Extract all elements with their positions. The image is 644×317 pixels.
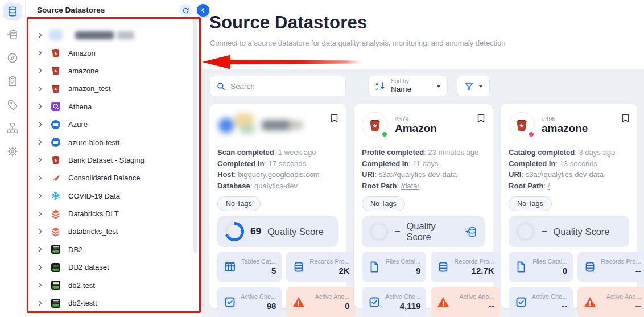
- sort-caption: Sort by: [391, 78, 411, 85]
- chevron-right-icon: [38, 68, 43, 73]
- datastore-row-bank-dataset-staging[interactable]: Bank Dataset - Staging: [26, 151, 201, 169]
- datastore-row-db2-testt[interactable]: db2-testt: [26, 294, 201, 312]
- datastore-name: db2-testt: [68, 299, 97, 307]
- datastore-title[interactable]: amazone: [542, 122, 588, 135]
- datastore-name: azure-blob-testt: [68, 138, 119, 147]
- meta-value[interactable]: s3a://qualytics-dev-data: [379, 170, 457, 179]
- quality-score-section: – Quality Score: [509, 216, 629, 247]
- chevron-right-icon: [38, 104, 43, 109]
- svg-text:A: A: [375, 81, 379, 87]
- rail-item-enrichment-datastores[interactable]: [3, 26, 22, 43]
- tags-badge: No Tags: [217, 196, 261, 211]
- search-icon: [217, 82, 225, 90]
- quality-score-label: Quality Score: [553, 227, 609, 237]
- datastore-row-azure-blob-testt[interactable]: azure-blob-testt: [26, 133, 201, 151]
- meta-value[interactable]: s3a://qualytics-dev-data: [526, 170, 604, 179]
- meta-value[interactable]: bigquery.googleapis.com: [238, 170, 320, 179]
- chevron-left-icon: [200, 7, 206, 13]
- collapse-sidebar-button[interactable]: [197, 4, 209, 17]
- rail-item-checks[interactable]: [3, 73, 22, 90]
- sidebar-scrollbar[interactable]: [193, 18, 197, 253]
- chevron-right-icon: [38, 32, 43, 38]
- status-dot: [528, 131, 535, 138]
- meta-line: Database: qualytics-dev: [217, 180, 338, 192]
- stat-label: Active Che...: [532, 293, 567, 300]
- blurred-datastore: [49, 30, 134, 40]
- card-meta: Profile completed: 23 minutes agoComplet…: [362, 147, 485, 191]
- bookmark-icon[interactable]: [477, 114, 485, 125]
- meta-line: URI: s3a://qualytics-dev-data: [509, 169, 629, 180]
- datastore-row-consolidated-balance[interactable]: Consolidated Balance: [26, 169, 201, 187]
- enrichment-datastores-icon: [7, 29, 18, 40]
- chevron-right-icon: [38, 175, 43, 181]
- chevron-right-icon: [38, 282, 43, 288]
- meta-value[interactable]: /data/: [401, 182, 420, 190]
- stats-grid: Files Catal... 0 Records Pro... -- Activ…: [509, 252, 629, 317]
- filter-dropdown[interactable]: [457, 76, 490, 96]
- stat-tile: Files Catal... 0: [509, 252, 573, 282]
- page-title: Source Datastores: [209, 13, 367, 33]
- chevron-right-icon: [38, 122, 43, 127]
- datastore-row-covid-19-data[interactable]: COVID-19 Data: [26, 187, 201, 205]
- datastore-avatar: [362, 112, 388, 138]
- datastore-row-databricks-test[interactable]: databricks_test: [26, 223, 201, 240]
- check-icon: [515, 296, 527, 308]
- bookmark-icon[interactable]: [622, 114, 629, 125]
- search-input[interactable]: [230, 82, 338, 90]
- sort-dropdown[interactable]: AZ Sort by Name: [368, 76, 448, 96]
- azure-icon: [51, 120, 61, 130]
- chevron-down-icon: [436, 85, 441, 88]
- datastore-row-db2[interactable]: DB2: [26, 241, 201, 258]
- filter-funnel-icon: [464, 81, 474, 91]
- datastore-row-athena[interactable]: Athena: [26, 98, 201, 116]
- datastore-row-amazon[interactable]: Amazon: [26, 44, 201, 61]
- chevron-right-icon: [38, 246, 43, 252]
- datastore-list: Amazonamazoneamazon_testAthenaAzureazure…: [26, 23, 201, 312]
- datastore-title[interactable]: Amazon: [395, 122, 437, 135]
- tags-badge: No Tags: [362, 196, 405, 211]
- stat-value: 12.7K: [472, 265, 494, 277]
- meta-value[interactable]: /: [548, 182, 550, 190]
- datastore-name: COVID-19 Data: [68, 192, 120, 200]
- meta-line: Profile completed: 23 minutes ago: [362, 147, 485, 158]
- datastore-name: amazone: [68, 67, 98, 75]
- datastore-row-amazone[interactable]: amazone: [26, 62, 201, 80]
- tags-icon: [7, 99, 18, 110]
- rail-item-source-datastores[interactable]: [3, 3, 22, 20]
- datastore-row-amazon-test[interactable]: amazon_test: [26, 80, 201, 97]
- file-icon: [515, 261, 527, 273]
- stat-value: 9: [416, 265, 420, 277]
- rail-item-tags[interactable]: [3, 96, 22, 113]
- rail-item-settings[interactable]: [3, 143, 22, 160]
- refresh-button[interactable]: [179, 4, 192, 17]
- datastore-name: databricks_test: [68, 227, 118, 236]
- datastore-card-blurred: Scan completed: 1 week agoCompleted In: …: [209, 104, 346, 308]
- stat-value: 4,119: [400, 300, 421, 312]
- datastore-card-amazon: #379 Amazon Profile completed: 23 minute…: [354, 104, 493, 308]
- bookmark-icon[interactable]: [331, 114, 338, 125]
- db2-icon: [51, 280, 61, 290]
- meta-line: Scan completed: 1 week ago: [217, 147, 338, 158]
- card-meta: Scan completed: 1 week agoCompleted In: …: [217, 147, 338, 191]
- stack-icon: [437, 261, 449, 273]
- app-icon-rail: [0, 0, 26, 317]
- stat-label: Active Ano...: [460, 293, 494, 300]
- db2-icon: [51, 262, 61, 273]
- stat-tile: Files Catal... 9: [362, 252, 426, 282]
- datastore-row-blurred[interactable]: [26, 26, 201, 44]
- datastore-row-db2-dataset[interactable]: DB2 dataset: [26, 258, 201, 276]
- datastore-row-databricks-dlt[interactable]: Databricks DLT: [26, 205, 201, 223]
- check-icon: [368, 296, 381, 308]
- enrichment-datastore-icon[interactable]: [465, 226, 477, 238]
- datastore-name: Azure: [68, 120, 88, 129]
- sort-az-icon: AZ: [375, 81, 386, 92]
- datastore-row-db2-test[interactable]: db2-test: [26, 276, 201, 294]
- page-subtitle: Connect to a source datastore for data q…: [210, 39, 506, 47]
- datastore-name: Athena: [68, 102, 92, 111]
- rail-item-hierarchy[interactable]: [3, 120, 22, 137]
- search-box[interactable]: [209, 76, 346, 96]
- rail-item-explore[interactable]: [3, 50, 22, 67]
- datastore-row-azure[interactable]: Azure: [26, 116, 201, 133]
- sort-value: Name: [391, 85, 411, 94]
- stat-value: 0: [563, 265, 567, 277]
